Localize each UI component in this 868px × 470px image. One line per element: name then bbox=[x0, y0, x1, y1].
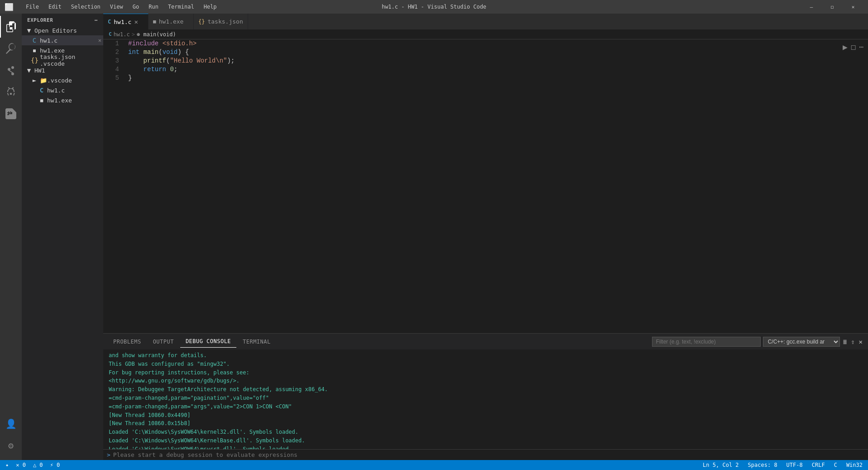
account-icon[interactable]: 👤 bbox=[0, 413, 22, 435]
close-hw1c-button[interactable]: ✕ bbox=[98, 37, 101, 44]
minimize-button[interactable]: — bbox=[801, 0, 822, 14]
exe-file-icon: ■ bbox=[31, 48, 38, 53]
input-arrow-icon: > bbox=[107, 451, 110, 458]
panel: PROBLEMS OUTPUT DEBUG CONSOLE TERMINAL C… bbox=[103, 333, 868, 460]
panel-maximize-icon[interactable]: ⇧ bbox=[850, 337, 855, 346]
breadcrumb-function[interactable]: ⊕ main(void) bbox=[137, 31, 176, 38]
source-control-icon[interactable] bbox=[0, 59, 22, 81]
indentation[interactable]: Spaces: 8 bbox=[746, 462, 779, 468]
open-editor-hw1c[interactable]: C hw1.c ✕ bbox=[22, 35, 103, 45]
warnings-count[interactable]: △ 0 bbox=[31, 462, 45, 468]
sidebar: Explorer ⋯ ▼ Open Editors C hw1.c ✕ ■ hw… bbox=[22, 14, 103, 460]
code-line-3: printf("Hello World\n"); bbox=[128, 57, 868, 65]
tab-hw1c-close[interactable]: ✕ bbox=[134, 18, 138, 25]
chevron-right-icon: ► bbox=[31, 77, 38, 84]
menu-run[interactable]: Run bbox=[145, 3, 162, 11]
debug-line-11: Loaded 'C:\Windows\SysWOW64\KernelBase.d… bbox=[109, 436, 863, 445]
tab-terminal[interactable]: TERMINAL bbox=[237, 336, 276, 348]
extensions-icon[interactable] bbox=[0, 103, 22, 125]
line-num-2: 2 bbox=[103, 48, 119, 57]
menu-edit[interactable]: Edit bbox=[45, 3, 65, 11]
line-num-4: 4 bbox=[103, 65, 119, 74]
language-mode[interactable]: C bbox=[832, 462, 839, 468]
code-line-4: return 0; bbox=[128, 65, 868, 74]
line-num-3: 3 bbox=[103, 57, 119, 65]
open-editor-hw1c-label: hw1.c bbox=[40, 37, 58, 44]
menu-terminal[interactable]: Terminal bbox=[164, 3, 198, 11]
menu-view[interactable]: View bbox=[106, 3, 127, 11]
debug-icon[interactable] bbox=[0, 81, 22, 103]
open-editor-tasksjson[interactable]: {} tasks.json .vscode bbox=[22, 55, 103, 65]
code-editor: 1 2 3 4 5 #include <stdio.h> int main(vo… bbox=[103, 39, 868, 333]
title-bar: ⬜ File Edit Selection View Go Run Termin… bbox=[0, 0, 868, 14]
debug-input[interactable] bbox=[113, 451, 864, 458]
vscode-logo-icon: ⬜ bbox=[5, 3, 14, 11]
hw1-section[interactable]: ▼ HW1 bbox=[22, 65, 103, 75]
more-actions-icon[interactable]: ⋯ bbox=[859, 43, 863, 51]
panel-dropdown[interactable]: C/C++: gcc.exe build ar bbox=[763, 337, 840, 347]
menu-selection[interactable]: Selection bbox=[67, 3, 104, 11]
close-button[interactable]: ✕ bbox=[843, 0, 863, 14]
breadcrumb-sep1: > bbox=[132, 31, 135, 38]
svg-point-1 bbox=[12, 67, 14, 69]
sidebar-header: Explorer ⋯ bbox=[22, 14, 103, 25]
debug-status-icon[interactable]: ✦ bbox=[4, 462, 10, 468]
files-icon[interactable] bbox=[0, 16, 22, 38]
window-controls: — ◻ ✕ bbox=[801, 0, 863, 14]
vscode-folder-label: .vscode bbox=[47, 77, 72, 84]
status-bar-right: Ln 5, Col 2 Spaces: 8 UTF-8 CRLF C Win32 bbox=[701, 462, 864, 468]
tab-tasksjson[interactable]: {} tasks.json bbox=[194, 14, 248, 29]
errors-count[interactable]: ✕ 0 bbox=[14, 462, 28, 468]
hw1c-file-label: hw1.c bbox=[47, 87, 65, 94]
breadcrumb-filename[interactable]: hw1.c bbox=[114, 31, 130, 38]
line-ending[interactable]: CRLF bbox=[810, 462, 827, 468]
code-line-5: } bbox=[128, 74, 868, 82]
line-numbers: 1 2 3 4 5 bbox=[103, 39, 124, 333]
platform[interactable]: Win32 bbox=[844, 462, 864, 468]
debug-line-10: Loaded 'C:\Windows\SysWOW64\kernel32.dll… bbox=[109, 428, 863, 436]
split-editor-icon[interactable]: □ bbox=[851, 43, 856, 51]
editor-toolbar: ▶ □ ⋯ bbox=[843, 42, 863, 52]
encoding[interactable]: UTF-8 bbox=[785, 462, 805, 468]
tab-hw1c[interactable]: C hw1.c ✕ bbox=[103, 14, 149, 29]
open-editors-section[interactable]: ▼ Open Editors bbox=[22, 25, 103, 35]
tab-debug-console[interactable]: DEBUG CONSOLE bbox=[180, 335, 236, 348]
tab-problems[interactable]: PROBLEMS bbox=[108, 336, 147, 348]
sidebar-more-icon[interactable]: ⋯ bbox=[95, 17, 98, 23]
cursor-position[interactable]: Ln 5, Col 2 bbox=[701, 462, 740, 468]
info-count[interactable]: ⚡ 0 bbox=[48, 462, 62, 468]
svg-point-2 bbox=[12, 73, 14, 75]
code-content: 1 2 3 4 5 #include <stdio.h> int main(vo… bbox=[103, 39, 868, 333]
svg-rect-4 bbox=[10, 93, 12, 95]
code-lines[interactable]: #include <stdio.h> int main(void) { prin… bbox=[124, 39, 868, 333]
menu-file[interactable]: File bbox=[22, 3, 43, 11]
panel-list-icon[interactable]: ≣ bbox=[842, 337, 848, 346]
panel-filter-input[interactable] bbox=[652, 337, 761, 347]
line-num-1: 1 bbox=[103, 39, 119, 48]
debug-line-2: This GDB was configured as "mingw32". bbox=[109, 360, 863, 368]
title-bar-left: ⬜ File Edit Selection View Go Run Termin… bbox=[5, 3, 221, 11]
settings-icon[interactable]: ⚙ bbox=[0, 435, 22, 456]
panel-close-icon[interactable]: ✕ bbox=[858, 337, 863, 346]
activity-bar: 👤 ⚙ bbox=[0, 14, 22, 460]
window-title: hw1.c - HW1 - Visual Studio Code bbox=[382, 4, 486, 10]
menu-help[interactable]: Help bbox=[200, 3, 221, 11]
svg-line-3 bbox=[9, 71, 13, 73]
search-icon[interactable] bbox=[0, 38, 22, 59]
tab-output[interactable]: OUTPUT bbox=[148, 336, 179, 348]
activity-bar-bottom: 👤 ⚙ bbox=[0, 413, 22, 460]
menu-go[interactable]: Go bbox=[129, 3, 143, 11]
vscode-folder[interactable]: ► 📁 .vscode bbox=[22, 75, 103, 85]
debug-line-9: [New Thread 10860.0x15b8] bbox=[109, 419, 863, 428]
panel-input-row: > bbox=[103, 449, 868, 460]
tab-hw1exe[interactable]: ■ hw1.exe bbox=[149, 14, 194, 29]
tab-exe-icon: ■ bbox=[153, 19, 156, 24]
maximize-button[interactable]: ◻ bbox=[822, 0, 843, 14]
tab-tasksjson-label: tasks.json bbox=[207, 18, 243, 25]
debug-line-7: =cmd-param-changed,param="args",value="2… bbox=[109, 402, 863, 411]
editor-area: C hw1.c ✕ ■ hw1.exe {} tasks.json C hw1.… bbox=[103, 14, 868, 460]
run-icon[interactable]: ▶ bbox=[843, 42, 848, 52]
hw1exe-file[interactable]: ■ hw1.exe bbox=[22, 95, 103, 105]
tab-c-icon: C bbox=[108, 19, 111, 25]
hw1c-file[interactable]: C hw1.c bbox=[22, 85, 103, 95]
